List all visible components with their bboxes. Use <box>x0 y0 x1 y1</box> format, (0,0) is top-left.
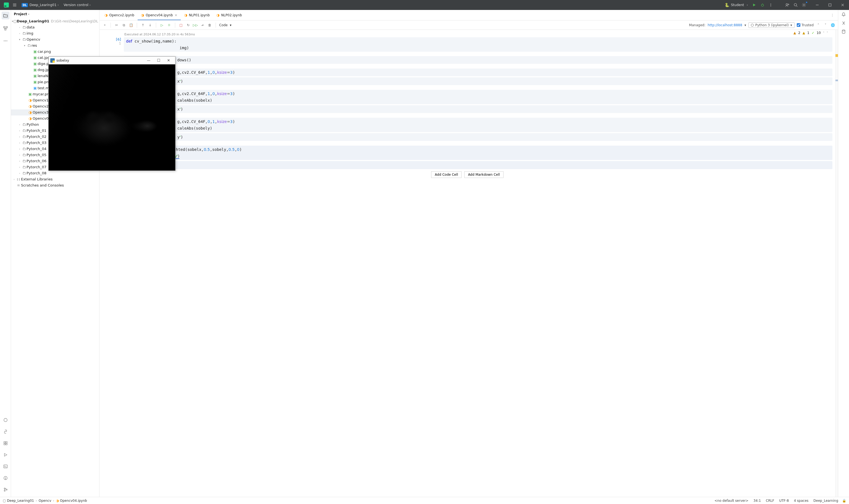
tree-root[interactable]: ▾ ▢ Deep_Learing01 D:\Git-res\DeepLearin… <box>11 18 99 24</box>
move-up-icon[interactable]: ↑ <box>140 23 145 28</box>
notebook-cell-empty[interactable]: [_]1 <box>102 161 832 169</box>
main-menu-icon[interactable] <box>12 2 18 8</box>
debug-icon[interactable] <box>759 2 765 8</box>
notebook-cell-active[interactable]: [_]12 sobelxy = cv2.addWeighted(sobelx,0… <box>102 146 832 160</box>
caret-position[interactable]: 34:1 <box>753 499 761 503</box>
code-content[interactable]: g,cv2.CV_64F,1,0,ksize=3) <box>124 69 832 76</box>
notebook-cell[interactable]: g,cv2.CV_64F,0,1,ksize=3) caleAbs(sobely… <box>102 118 832 132</box>
notebook-cell[interactable]: x') 2s 234ms <box>102 77 832 89</box>
globe-icon[interactable]: 🌐 <box>830 23 835 28</box>
project-header[interactable]: Project ▾ <box>11 10 99 18</box>
server-status[interactable]: <no default server> <box>715 499 748 503</box>
tab-more-icon[interactable]: ⋮ <box>829 13 836 17</box>
clear-output-icon[interactable]: ✓̶ <box>200 23 205 28</box>
indent-setting[interactable]: 4 spaces <box>794 499 808 503</box>
run-cell-icon[interactable]: ▷ <box>160 23 164 28</box>
code-content[interactable]: def cv_show(img,name): img) <box>124 37 832 52</box>
services-tool-icon[interactable] <box>2 451 10 459</box>
delete-cell-icon[interactable]: 🗑 <box>207 23 212 28</box>
restart-icon[interactable]: ↻ <box>186 23 191 28</box>
tab-nlp01[interactable]: NLP01.ipynb <box>181 10 213 20</box>
inspection-status[interactable]: ▲2 ▲1 ✓10 ˄ ˅ <box>793 31 828 35</box>
packages-tool-icon[interactable] <box>2 439 10 447</box>
tree-folder-opencv[interactable]: ▾🗀Opencv <box>11 36 99 42</box>
kernel-selector[interactable]: Python 3 (ipykernel) ▾ <box>748 22 795 28</box>
chevron-down-icon[interactable]: ˅ <box>823 23 828 28</box>
breadcrumb[interactable]: Deep_Learing01 <box>7 499 34 503</box>
window-maximize-icon[interactable] <box>827 2 833 8</box>
window-close-icon[interactable]: ✕ <box>164 58 174 62</box>
stop-icon[interactable]: □ <box>179 23 183 28</box>
run-all-icon[interactable]: ▷▷ <box>193 23 198 28</box>
chevron-up-icon[interactable]: ˄ <box>823 32 825 35</box>
project-tool-icon[interactable] <box>2 12 10 19</box>
tree-folder-data[interactable]: ›🗀data <box>11 24 99 30</box>
tree-folder-img[interactable]: ›🗀img <box>11 30 99 36</box>
notebook-cell[interactable]: y') 8s 455ms <box>102 133 832 145</box>
trusted-input[interactable] <box>797 23 800 27</box>
notebook-area[interactable]: ▲2 ▲1 ✓10 ˄ ˅ Executed at 2024.06.12 17:… <box>100 30 835 497</box>
tab-nlp02[interactable]: NLP02.ipynb <box>213 10 246 20</box>
code-content[interactable]: x') <box>124 105 832 113</box>
popup-titlebar[interactable]: sobelxy — ☐ ✕ <box>49 57 175 65</box>
notebook-cell[interactable]: dows() 2ms <box>102 56 832 68</box>
managed-url[interactable]: http://localhost:8888 <box>707 23 742 27</box>
tab-opencv04[interactable]: Opencv04.ipynb× <box>138 10 181 20</box>
code-content[interactable]: y') <box>124 133 832 141</box>
chevron-down-icon[interactable]: ▾ <box>744 23 746 27</box>
code-content[interactable]: g,cv2.CV_64F,1,0,ksize=3) caleAbs(sobelx… <box>124 90 832 104</box>
chevron-up-icon[interactable]: ˄ <box>816 23 821 28</box>
notifications-icon[interactable] <box>841 12 846 17</box>
search-icon[interactable] <box>793 2 799 8</box>
code-content[interactable]: sobelxy = cv2.addWeighted(sobelx,0.5,sob… <box>124 146 832 160</box>
add-cell-icon[interactable]: ＋ <box>102 23 107 28</box>
add-markdown-cell-button[interactable]: Add Markdown Cell <box>464 171 503 178</box>
collab-icon[interactable] <box>784 2 790 8</box>
database-icon[interactable] <box>841 29 846 34</box>
ai-assistant-icon[interactable] <box>841 21 846 25</box>
window-maximize-icon[interactable]: ☐ <box>153 58 164 62</box>
code-content[interactable]: dows() <box>124 56 832 64</box>
tree-ext-libs[interactable]: ›⫿⫿External Libraries <box>11 176 99 182</box>
notebook-cell[interactable]: x') 46s 484ms <box>102 105 832 116</box>
lock-icon[interactable]: 🔒 <box>842 499 846 503</box>
notebook-cell[interactable]: g,cv2.CV_64F,1,0,ksize=3) <box>102 69 832 76</box>
code-content[interactable]: x') <box>124 77 832 85</box>
settings-icon[interactable] <box>801 2 807 8</box>
python-console-icon[interactable] <box>2 428 10 435</box>
interpreter[interactable]: Deep_Learning <box>813 499 838 503</box>
opencv-image-window[interactable]: sobelxy — ☐ ✕ <box>48 56 176 171</box>
tree-folder[interactable]: ›🗀Pytorch_08 <box>11 170 99 176</box>
student-selector[interactable]: Student ▾ <box>725 3 748 7</box>
trusted-checkbox[interactable]: Trusted <box>797 23 814 27</box>
breadcrumb[interactable]: Opencv04.ipynb <box>60 499 87 503</box>
add-code-cell-button[interactable]: Add Code Cell <box>431 171 462 178</box>
tree-file[interactable]: ▣car.png <box>11 49 99 55</box>
notebook-cell[interactable]: g,cv2.CV_64F,1,0,ksize=3) caleAbs(sobelx… <box>102 90 832 104</box>
cut-icon[interactable]: ✂ <box>114 23 119 28</box>
jupyter-tool-icon[interactable] <box>2 416 10 424</box>
tree-folder-res[interactable]: ▾🗀res <box>11 42 99 49</box>
problems-tool-icon[interactable] <box>2 474 10 482</box>
terminal-tool-icon[interactable] <box>2 463 10 470</box>
git-tool-icon[interactable] <box>2 486 10 493</box>
file-encoding[interactable]: UTF-8 <box>779 499 789 503</box>
run-icon[interactable] <box>751 2 757 8</box>
project-selector[interactable]: Deep_Learing01 ▾ <box>30 3 59 7</box>
window-close-icon[interactable] <box>839 2 846 8</box>
cell-type-selector[interactable]: Code ▾ <box>219 23 232 27</box>
more-icon[interactable] <box>768 2 774 8</box>
editor-minimap[interactable] <box>835 30 838 497</box>
move-down-icon[interactable]: ↓ <box>148 23 152 28</box>
structure-tool-icon[interactable] <box>2 24 10 32</box>
notebook-cell[interactable]: [6]1 def cv_show(img,name): img) <box>102 37 832 52</box>
chevron-down-icon[interactable]: ˅ <box>827 32 828 35</box>
window-minimize-icon[interactable] <box>814 2 820 8</box>
debug-cell-icon[interactable]: ☼ <box>167 23 171 28</box>
line-ending[interactable]: CRLF <box>766 499 774 503</box>
tab-opencv2[interactable]: Opencv2.ipynb <box>101 10 138 20</box>
code-content[interactable]: g,cv2.CV_64F,0,1,ksize=3) caleAbs(sobely… <box>124 118 832 132</box>
more-tool-icon[interactable] <box>2 37 10 45</box>
paste-icon[interactable]: 📋 <box>128 23 133 28</box>
breadcrumb[interactable]: Opencv <box>39 499 51 503</box>
